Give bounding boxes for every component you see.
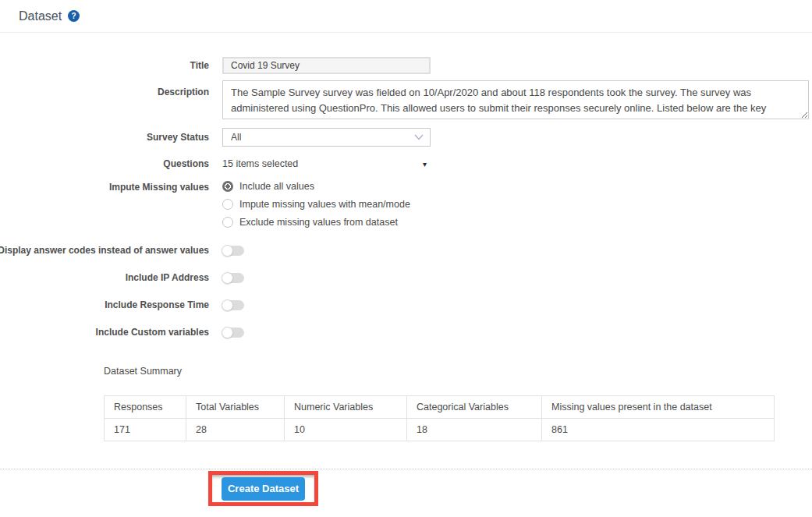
questions-selected-count: 15 items selected (222, 158, 298, 169)
summary-col-missing-values: Missing values present in the dataset (542, 396, 775, 419)
summary-val-responses: 171 (105, 419, 186, 441)
description-label: Description (19, 80, 209, 119)
radio-icon (222, 199, 233, 210)
radio-option-label: Include all values (239, 181, 314, 192)
impute-missing-label: Impute Missing values (19, 180, 209, 228)
dataset-summary-table: Responses Total Variables Numeric Variab… (104, 395, 775, 441)
radio-icon (222, 181, 233, 192)
include-ip-address-toggle[interactable] (222, 273, 244, 283)
questions-row: Questions 15 items selected ▾ (19, 157, 812, 171)
display-answer-codes-toggle[interactable] (222, 246, 244, 256)
footer-divider (0, 469, 812, 469)
display-answer-codes-row: Display answer codes instead of answer v… (19, 244, 812, 257)
page-header: Dataset ? (0, 0, 812, 33)
title-input[interactable] (222, 57, 431, 74)
radio-option-impute-mean-mode[interactable]: Impute missing values with mean/mode (222, 198, 410, 211)
summary-val-numeric-variables: 10 (285, 419, 407, 441)
include-custom-variables-row: Include Custom variables (19, 326, 812, 338)
summary-header-row: Responses Total Variables Numeric Variab… (105, 396, 775, 419)
impute-radio-group: Include all values Impute missing values… (222, 180, 410, 228)
toggle-knob (222, 299, 233, 311)
help-icon[interactable]: ? (68, 10, 80, 22)
radio-option-include-all-values[interactable]: Include all values (222, 180, 410, 193)
include-response-time-toggle[interactable] (222, 300, 244, 310)
survey-status-row: Survey Status All (19, 128, 812, 147)
survey-status-label: Survey Status (19, 128, 209, 147)
toggle-knob (222, 327, 233, 338)
summary-col-numeric-variables: Numeric Variables (285, 396, 407, 419)
include-response-time-label: Include Response Time (19, 299, 209, 310)
title-label: Title (19, 57, 209, 74)
toggle-knob (222, 245, 233, 257)
survey-status-value: All (231, 132, 241, 143)
questions-label: Questions (19, 157, 209, 171)
summary-val-total-variables: 28 (186, 419, 285, 441)
include-ip-address-row: Include IP Address (19, 271, 812, 284)
title-row: Title (19, 57, 812, 74)
include-response-time-row: Include Response Time (19, 299, 812, 311)
questions-multiselect[interactable]: 15 items selected ▾ (222, 157, 427, 171)
radio-option-label: Exclude missing values from dataset (239, 217, 398, 228)
chevron-down-icon (414, 134, 424, 140)
display-answer-codes-label: Display answer codes instead of answer v… (19, 245, 209, 256)
include-ip-address-label: Include IP Address (19, 272, 209, 283)
summary-col-responses: Responses (105, 396, 186, 419)
dataset-summary-heading: Dataset Summary (104, 366, 812, 377)
include-custom-variables-toggle[interactable] (222, 328, 244, 338)
dataset-page: Dataset ? Title Description The Sample S… (0, 0, 812, 517)
create-dataset-button[interactable]: Create Dataset (222, 477, 305, 501)
summary-value-row: 171 28 10 18 861 (105, 419, 775, 441)
radio-option-label: Impute missing values with mean/mode (239, 199, 410, 210)
summary-col-categorical-variables: Categorical Variables (407, 396, 542, 419)
caret-down-icon: ▾ (423, 160, 427, 168)
page-title: Dataset (19, 9, 62, 23)
dataset-form: Title Description The Sample Survey surv… (0, 57, 812, 338)
summary-col-total-variables: Total Variables (186, 396, 285, 419)
impute-missing-row: Impute Missing values Include all values… (19, 180, 812, 228)
description-textarea[interactable]: The Sample Survey survey was fielded on … (222, 80, 809, 119)
radio-option-exclude-missing[interactable]: Exclude missing values from dataset (222, 216, 410, 228)
summary-val-missing-values: 861 (542, 419, 775, 441)
dataset-summary-section: Dataset Summary Responses Total Variable… (0, 366, 812, 441)
summary-val-categorical-variables: 18 (407, 419, 542, 441)
include-custom-variables-label: Include Custom variables (19, 327, 209, 338)
annotation-highlight-box: Create Dataset (208, 471, 318, 506)
radio-icon (222, 217, 233, 228)
description-row: Description The Sample Survey survey was… (19, 80, 812, 119)
toggle-knob (222, 272, 233, 284)
survey-status-select[interactable]: All (222, 128, 431, 147)
